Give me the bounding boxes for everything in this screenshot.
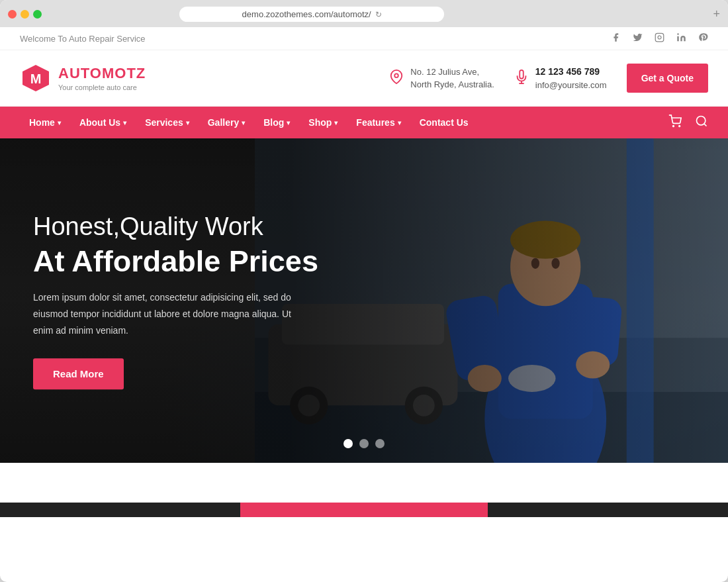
phone-number: 12 123 456 789 — [535, 66, 600, 77]
nav-item-blog[interactable]: Blog ▾ — [254, 107, 299, 138]
instagram-icon[interactable] — [655, 32, 664, 44]
twitter-icon[interactable] — [633, 32, 643, 44]
hero-title-light: Honest,Quality Work — [33, 212, 318, 242]
browser-window: demo.zozothemes.com/automotz/ ↻ + Welcom… — [0, 0, 728, 582]
address-text: demo.zozothemes.com/automotz/ — [242, 9, 371, 19]
hero-dot-1[interactable] — [343, 439, 353, 448]
chevron-down-icon: ▾ — [398, 119, 401, 126]
logo-area: M AUTOMOTZ Your complete auto care — [20, 62, 146, 94]
nav-bar: Home ▾ About Us ▾ Services ▾ Gallery ▾ B… — [0, 107, 728, 138]
search-icon[interactable] — [695, 115, 708, 131]
chevron-down-icon: ▾ — [123, 119, 126, 126]
nav-right — [668, 115, 708, 131]
address-line1: No. 12 Julius Ave, — [410, 66, 494, 79]
nav-item-services[interactable]: Services ▾ — [136, 107, 199, 138]
logo-title: AUTOMOTZ — [58, 65, 146, 82]
header: M AUTOMOTZ Your complete auto care No. 1… — [0, 50, 728, 107]
dark-band-right — [488, 503, 728, 517]
location-icon — [389, 70, 404, 87]
dot-close[interactable] — [8, 10, 17, 19]
chevron-down-icon: ▾ — [186, 119, 189, 126]
nav-links: Home ▾ About Us ▾ Services ▾ Gallery ▾ B… — [20, 107, 478, 138]
header-contact: No. 12 Julius Ave, North Ryde, Australia… — [389, 64, 708, 93]
facebook-icon[interactable] — [611, 32, 621, 44]
chevron-down-icon: ▾ — [334, 119, 338, 126]
svg-point-8 — [673, 125, 674, 126]
logo-icon: M — [20, 62, 52, 94]
dark-band — [0, 503, 728, 517]
new-tab-button[interactable]: + — [713, 7, 720, 21]
hero-title-bold: At Affordable Prices — [33, 245, 318, 278]
read-more-button[interactable]: Read More — [33, 358, 124, 389]
phone-contact-item: 12 123 456 789 info@yoursite.com — [514, 65, 607, 92]
browser-dots — [8, 10, 42, 19]
logo-subtitle: Your complete auto care — [58, 83, 146, 91]
microphone-icon — [514, 70, 529, 87]
nav-item-shop[interactable]: Shop ▾ — [299, 107, 347, 138]
address-bar[interactable]: demo.zozothemes.com/automotz/ ↻ — [179, 7, 444, 22]
chevron-down-icon: ▾ — [287, 119, 290, 126]
linkedin-icon[interactable] — [676, 32, 686, 44]
hero-dot-2[interactable] — [359, 439, 369, 448]
address-contact-item: No. 12 Julius Ave, North Ryde, Australia… — [389, 66, 494, 91]
svg-rect-0 — [655, 33, 664, 42]
phone-info: 12 123 456 789 info@yoursite.com — [535, 65, 607, 92]
svg-point-5 — [395, 73, 399, 77]
pinterest-icon[interactable] — [698, 32, 708, 44]
welcome-text: Welcome To Auto Repair Service — [20, 34, 146, 44]
nav-item-features[interactable]: Features ▾ — [347, 107, 410, 138]
address-line2: North Ryde, Australia. — [410, 78, 494, 91]
chevron-down-icon: ▾ — [58, 119, 61, 126]
hero-dots — [343, 439, 385, 448]
dark-band-left — [0, 503, 240, 517]
chevron-down-icon: ▾ — [242, 119, 245, 126]
hero-description: Lorem ipsum dolor sit amet, consectetur … — [33, 289, 291, 340]
address-info: No. 12 Julius Ave, North Ryde, Australia… — [410, 66, 494, 91]
svg-point-9 — [679, 125, 680, 126]
refresh-icon[interactable]: ↻ — [375, 10, 382, 19]
hero-content: Honest,Quality Work At Affordable Prices… — [33, 212, 318, 389]
below-hero — [0, 463, 728, 503]
logo-text-area: AUTOMOTZ Your complete auto care — [58, 65, 146, 91]
get-quote-button[interactable]: Get a Quote — [627, 64, 708, 93]
social-icons — [611, 32, 708, 44]
svg-point-10 — [697, 116, 705, 124]
svg-point-2 — [677, 33, 679, 35]
dark-band-pink — [240, 503, 488, 517]
hero-section: Honest,Quality Work At Affordable Prices… — [0, 138, 728, 463]
cart-icon[interactable] — [668, 115, 682, 131]
email-address: info@yoursite.com — [535, 79, 607, 92]
dot-minimize[interactable] — [21, 10, 29, 19]
dot-maximize[interactable] — [33, 10, 42, 19]
svg-text:M: M — [30, 72, 42, 86]
nav-item-gallery[interactable]: Gallery ▾ — [199, 107, 254, 138]
nav-item-home[interactable]: Home ▾ — [20, 107, 70, 138]
nav-item-contact[interactable]: Contact Us — [410, 107, 478, 138]
browser-chrome: demo.zozothemes.com/automotz/ ↻ + — [0, 0, 728, 27]
nav-item-about[interactable]: About Us ▾ — [70, 107, 136, 138]
top-bar: Welcome To Auto Repair Service — [0, 27, 728, 50]
hero-dot-3[interactable] — [375, 439, 385, 448]
svg-line-11 — [704, 123, 707, 126]
